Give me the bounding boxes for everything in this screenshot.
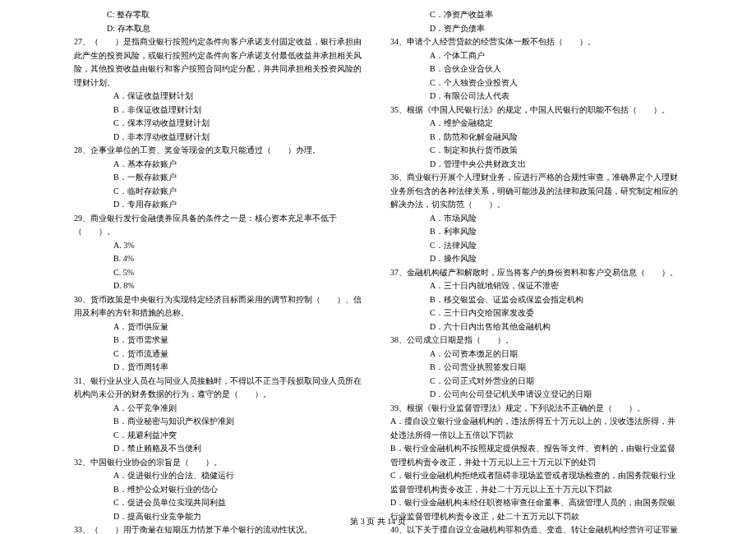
option-text: B．公司营业执照签发日期 — [390, 361, 682, 375]
option-text: C．促进会员单位实现共同利益 — [74, 496, 366, 510]
option-text: B．一般存款账户 — [74, 171, 366, 185]
option-text: B．商业秘密与知识产权保护准则 — [74, 415, 366, 429]
option-text: A．个体工商户 — [390, 49, 682, 63]
question-35: 35、根据《中国人民银行法》的规定，中国人民银行的职能不包括（ ）。 — [390, 104, 682, 117]
option-text: C．法律风险 — [390, 239, 682, 253]
right-column: C．净资产收益率 D．资产负债率 34、申请个人经营贷款的经营实体一般不包括（ … — [390, 8, 682, 534]
option-text: A．货币供应量 — [74, 320, 366, 334]
option-text: C．公司正式对外营业的日期 — [390, 375, 682, 389]
option-text: B．非保证收益理财计划 — [74, 104, 366, 117]
option-text: C．保本浮动收益理财计划 — [74, 117, 366, 131]
question-29: 29、商业银行发行金融债券应具备的条件之一是：核心资本充足率不低于（ ）。 — [74, 212, 366, 239]
option-text: C．规避利益冲突 — [74, 429, 366, 443]
page-footer: 第 3 页 共 14 页 — [0, 516, 756, 527]
option-text: D．专用存款账户 — [74, 198, 366, 212]
option-text: B．维护公众对银行业的信心 — [74, 483, 366, 497]
option-text: D．公司向公司登记机关申请设立登记的日期 — [390, 388, 682, 402]
option-text: B．合伙企业合伙人 — [390, 62, 682, 76]
option-text: D．有限公司法人代表 — [390, 90, 682, 104]
question-39: 39、根据《银行业监督管理法》规定，下列说法不正确的是（ ）。 — [390, 402, 682, 416]
option-text: C．货币流通量 — [74, 348, 366, 361]
question-38: 38、公司成立日期是指（ ）。 — [390, 334, 682, 348]
question-32: 32、中国银行业协会的宗旨是（ ）。 — [74, 456, 366, 470]
question-31: 31、银行业从业人员在与同业人员接触时，不得以不正当手段损取同业人员所在机构尚未… — [74, 375, 366, 402]
question-27: 27、（ ）是指商业银行按照约定条件向客户承诺支付固定收益，银行承担由此产生的投… — [74, 35, 366, 90]
option-text: B．移交银监会、证监会或保监会指定机构 — [390, 293, 682, 307]
option-text: D: 存本取息 — [74, 22, 366, 36]
option-text: A．公司资本缴足的日期 — [390, 348, 682, 361]
option-text: D. 8% — [74, 279, 366, 293]
option-text: A. 3% — [74, 239, 366, 253]
option-text: D．六十日内出售给其他金融机构 — [390, 320, 682, 334]
option-text: D．管理中央公共财政支出 — [390, 158, 682, 172]
option-text: A．基本存款账户 — [74, 158, 366, 172]
option-text: A．三十日内就地销毁，保证不泄密 — [390, 279, 682, 293]
option-text: C．制定和执行货币政策 — [390, 144, 682, 158]
option-text: C．个人独资企业投资人 — [390, 76, 682, 90]
option-text: C. 5% — [74, 266, 366, 280]
option-text: C．银行业金融机构拒绝或者阻碍非现场监管或者现场检查的，由国务院银行业监督管理机… — [390, 469, 682, 496]
option-text: D．货币周转率 — [74, 361, 366, 375]
option-text: D．禁止贿赂及不当便利 — [74, 442, 366, 456]
option-text: A．市场风险 — [390, 212, 682, 226]
option-text: B．银行业金融机构不按照规定提供报表、报告等文件、资料的，由银行业监督管理机构责… — [390, 442, 682, 469]
question-30: 30、货币政策是中央银行为实现特定经济目标而采用的调节和控制（ ）、信用及利率的… — [74, 293, 366, 320]
option-text: A．促进银行业的合法、稳健运行 — [74, 469, 366, 483]
option-text: D．资产负债率 — [390, 22, 682, 36]
question-34: 34、申请个人经营贷款的经营实体一般不包括（ ）。 — [390, 35, 682, 49]
option-text: D．非本浮动收益理财计划 — [74, 131, 366, 145]
option-text: C．净资产收益率 — [390, 8, 682, 22]
question-37: 37、金融机构破产和解散时，应当将客户的身份资料和客户交易信息（ ）。 — [390, 266, 682, 280]
option-text: C．三十日内交给国家发改委 — [390, 306, 682, 320]
option-text: D．操作风险 — [390, 252, 682, 266]
option-text: A．保证收益理财计划 — [74, 90, 366, 104]
option-text: C: 整存零取 — [74, 8, 366, 22]
option-text: B．利率风险 — [390, 225, 682, 239]
question-28: 28、企事业单位的工资、奖金等现金的支取只能通过（ ）办理。 — [74, 144, 366, 158]
question-36: 36、商业银行开展个人理财业务，应进行严格的合规性审查，准确界定个人理财业务所包… — [390, 171, 682, 212]
option-text: A．维护金融稳定 — [390, 117, 682, 131]
option-text: C．临时存款账户 — [74, 185, 366, 199]
option-text: A．擅自设立银行业金融机构的，违法所得五十万元以上的，没收违法所得，并处违法所得… — [390, 415, 682, 442]
option-text: A．公平竞争准则 — [74, 402, 366, 416]
option-text: B．货币需求量 — [74, 334, 366, 348]
left-column: C: 整存零取 D: 存本取息 27、（ ）是指商业银行按照约定条件向客户承诺支… — [74, 8, 366, 534]
option-text: B．防范和化解金融风险 — [390, 131, 682, 145]
option-text: B. 4% — [74, 252, 366, 266]
